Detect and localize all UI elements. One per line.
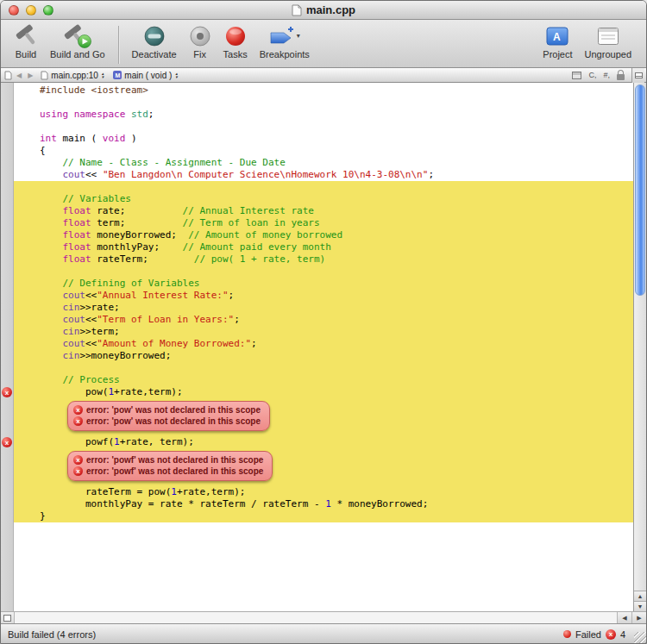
minimize-icon[interactable]	[26, 5, 36, 16]
code-line[interactable]: float rate; // Annual Interest rate	[14, 205, 633, 217]
ungrouped-button[interactable]: Ungrouped	[585, 23, 631, 59]
counterpart-icon[interactable]: C,	[588, 71, 596, 79]
code-token: // Variables	[40, 193, 131, 204]
error-icon[interactable]: x	[2, 437, 12, 447]
code-line[interactable]: float moneyBorrowed; // Amount of money …	[14, 229, 633, 241]
stepper-icon[interactable]: ▴▾	[175, 72, 178, 78]
deactivate-button[interactable]: Deactivate	[132, 23, 177, 59]
code-line[interactable]: float monthlyPay; // Amount paid every m…	[14, 241, 633, 253]
code-line[interactable]: powf(1+rate, term);	[14, 436, 633, 448]
error-icon[interactable]: x	[2, 387, 12, 397]
code-token: >>rate;	[79, 302, 119, 313]
code-line[interactable]: pow(1+rate,term);	[14, 386, 633, 398]
scroll-right-icon[interactable]: ▶	[631, 612, 646, 623]
xcode-window: main.cpp Build	[0, 0, 647, 644]
code-token: "Ben Langdon\n Computer Science\nHomewor…	[103, 169, 429, 180]
resize-grip-icon[interactable]	[634, 632, 646, 644]
build-and-go-button[interactable]: Build and Go	[50, 23, 105, 59]
code-token	[40, 217, 63, 228]
traffic-lights	[9, 5, 53, 16]
code-line[interactable]	[14, 181, 633, 193]
close-icon[interactable]	[9, 5, 19, 16]
code-token: ;	[229, 290, 235, 301]
error-count[interactable]: 4	[620, 629, 625, 640]
code-token	[40, 290, 63, 301]
fix-button[interactable]: Fix	[189, 23, 211, 59]
code-line[interactable]	[14, 97, 633, 109]
project-button[interactable]: A Project	[543, 23, 572, 59]
code-line[interactable]: float term; // Term of loan in years	[14, 217, 633, 229]
build-button[interactable]: Build	[14, 23, 38, 59]
code-token: float	[63, 253, 91, 265]
code-line[interactable]: // Name - Class - Assignment - Due Date	[14, 157, 633, 169]
code-line[interactable]: using namespace std;	[14, 109, 633, 121]
error-bubble: xerror: 'powf' was not declared in this …	[67, 451, 273, 481]
code-token: "Term of Loan in Years:"	[97, 314, 234, 325]
error-icon[interactable]: x	[606, 629, 616, 640]
horizontal-scroll-track[interactable]	[15, 612, 617, 623]
code-line[interactable]: cout<<"Term of Loan in Years:";	[14, 314, 633, 326]
code-token: "Annual Interest Rate:"	[97, 290, 228, 301]
code-token: ;	[148, 109, 154, 120]
code-token: // Amount paid every month	[183, 241, 331, 253]
code-token: using namespace	[40, 109, 125, 120]
code-line[interactable]	[14, 121, 633, 133]
code-line[interactable]: // Variables	[14, 193, 633, 205]
document-icon	[292, 4, 302, 16]
function-popup[interactable]: M main ( void ) ▴▾	[110, 69, 181, 82]
tasks-button[interactable]: Tasks	[223, 23, 248, 59]
titlebar[interactable]: main.cpp	[1, 1, 646, 20]
scroll-left-icon[interactable]: ◀	[617, 612, 631, 623]
code-token: +rate, term);	[120, 436, 194, 447]
code-token: #include <iostream>	[40, 84, 148, 96]
code-line[interactable]: cin>>term;	[14, 326, 633, 338]
code-token: ;	[251, 338, 257, 349]
code-token: float	[63, 217, 91, 228]
code-line[interactable]: cout<<"Annual Interest Rate:";	[14, 290, 633, 302]
file-popup[interactable]: main.cpp:10 ▴▾	[37, 69, 107, 82]
code-token: 1	[114, 436, 120, 447]
code-line[interactable]: cout<< "Ben Langdon\n Computer Science\n…	[14, 169, 633, 181]
code-line[interactable]: monthlyPay = rate * rateTerm / rateTerm …	[14, 498, 633, 510]
code-line[interactable]: cin>>moneyBorrowed;	[14, 350, 633, 362]
scroll-down-icon[interactable]: ▼	[634, 601, 646, 611]
code-line[interactable]	[14, 362, 633, 374]
code-editor[interactable]: #include <iostream> using namespace std;…	[14, 83, 633, 611]
scroll-up-icon[interactable]: ▲	[634, 591, 646, 601]
stepper-icon[interactable]: ▴▾	[102, 72, 104, 78]
code-token	[40, 326, 63, 337]
code-line[interactable]: {	[14, 145, 633, 157]
code-line[interactable]: cout<<"Amount of Money Borrowed:";	[14, 338, 633, 350]
code-line[interactable]: int main ( void )	[14, 133, 633, 145]
chevron-down-icon[interactable]: ▾	[297, 32, 300, 40]
code-token: rateTerm = pow(	[40, 486, 171, 497]
code-token: +rate,term);	[177, 486, 245, 497]
code-line[interactable]: // Defining of Variables	[14, 278, 633, 290]
pending-files-icon[interactable]	[572, 72, 581, 79]
split-editor-icon[interactable]	[631, 68, 644, 83]
window-title: main.cpp	[306, 3, 355, 16]
back-icon[interactable]: ◀	[15, 72, 23, 79]
lock-icon[interactable]	[617, 74, 625, 80]
splitter-widget-icon[interactable]	[1, 612, 15, 623]
forward-icon[interactable]: ▶	[26, 72, 35, 79]
failed-label[interactable]: Failed	[575, 629, 601, 640]
code-token: * moneyBorrowed;	[331, 498, 429, 510]
breakpoints-button[interactable]: ▾ Breakpoints	[260, 23, 310, 59]
horizontal-scrollbar[interactable]: ◀ ▶	[1, 611, 646, 623]
symbols-icon[interactable]: #,	[603, 71, 610, 79]
code-line[interactable]: #include <iostream>	[14, 84, 633, 97]
code-line[interactable]: float rateTerm; // pow( 1 + rate, term)	[14, 253, 633, 266]
code-line[interactable]: rateTerm = pow(1+rate,term);	[14, 486, 633, 498]
file-history-icon[interactable]	[4, 71, 12, 80]
editor-area: xx #include <iostream> using namespace s…	[1, 83, 646, 611]
zoom-icon[interactable]	[43, 5, 53, 16]
vertical-scrollbar[interactable]: ▲ ▼	[633, 83, 646, 611]
code-line[interactable]	[14, 266, 633, 278]
deactivate-circle-icon	[143, 23, 166, 48]
code-line[interactable]: }	[14, 510, 633, 522]
code-line[interactable]: cin>>rate;	[14, 302, 633, 314]
code-token	[40, 169, 63, 180]
code-line[interactable]: // Process	[14, 374, 633, 386]
scrollbar-thumb[interactable]	[635, 84, 645, 296]
